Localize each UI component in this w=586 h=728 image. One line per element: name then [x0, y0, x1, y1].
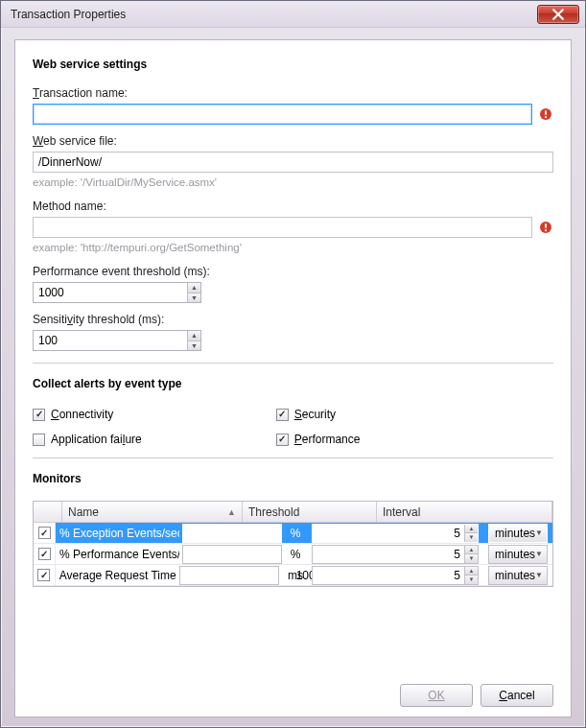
dialog-footer: OK Cancel	[33, 674, 553, 707]
error-icon	[538, 220, 553, 235]
spin-up-icon[interactable]: ▲	[188, 283, 200, 293]
checkbox-icon	[276, 409, 289, 421]
perf-threshold-stepper[interactable]: ▲ ▼	[33, 282, 201, 303]
check-application-failure[interactable]: Application failure	[33, 433, 142, 446]
svg-point-2	[545, 116, 547, 118]
checkbox-icon[interactable]	[38, 548, 51, 560]
check-performance[interactable]: Performance	[276, 433, 361, 446]
cancel-button[interactable]: Cancel	[481, 684, 553, 707]
spin-down-icon[interactable]: ▼	[465, 553, 478, 563]
table-row[interactable]: Average Request Time excee… ▲▼ ms ▲▼	[34, 565, 552, 586]
checkbox-icon	[276, 434, 289, 446]
col-name[interactable]: Name ▲	[62, 502, 243, 522]
web-service-file-input[interactable]	[33, 152, 553, 173]
close-icon	[552, 9, 564, 20]
chevron-down-icon: ▼	[535, 550, 543, 558]
spin-up-icon[interactable]: ▲	[188, 331, 200, 341]
spin-down-icon[interactable]: ▼	[188, 293, 200, 303]
col-threshold[interactable]: Threshold	[243, 502, 377, 522]
spin-down-icon[interactable]: ▼	[465, 575, 478, 584]
titlebar: Transaction Properties	[1, 1, 585, 28]
threshold-stepper[interactable]: ▲▼	[182, 545, 282, 564]
check-label: Performance	[294, 433, 361, 446]
select-value: minutes	[495, 569, 535, 582]
cell-name: Average Request Time excee…	[56, 565, 176, 585]
label-method-name: Method name:	[33, 200, 553, 213]
sort-asc-icon: ▲	[227, 507, 236, 517]
checkbox-icon	[33, 409, 45, 421]
section-alerts: Collect alerts by event type	[33, 377, 553, 390]
alerts-checks: Connectivity Application failure Securit…	[33, 408, 553, 446]
interval-stepper[interactable]: ▲▼	[312, 545, 479, 564]
check-label: Application failure	[51, 433, 142, 446]
example-method-name: example: 'http://tempuri.org/GetSomethin…	[33, 242, 553, 253]
perf-threshold-input[interactable]	[34, 283, 187, 302]
interval-unit-select[interactable]: minutes ▼	[488, 524, 548, 543]
method-name-input[interactable]	[33, 217, 532, 238]
sensitivity-threshold-stepper[interactable]: ▲ ▼	[33, 330, 201, 351]
check-connectivity[interactable]: Connectivity	[33, 408, 142, 421]
ok-button[interactable]: OK	[400, 684, 473, 707]
check-label: Security	[294, 408, 336, 421]
checkbox-icon[interactable]	[37, 569, 50, 581]
section-web-service: Web service settings	[33, 58, 553, 71]
cell-threshold-unit: %	[287, 544, 307, 564]
label-sensitivity-threshold: Sensitivity threshold (ms):	[33, 313, 553, 326]
close-button[interactable]	[537, 5, 579, 24]
check-label: Connectivity	[51, 408, 113, 421]
button-label: Cancel	[499, 689, 534, 702]
spin-up-icon[interactable]: ▲	[465, 546, 478, 554]
example-web-service-file: example: '/VirtualDir/MyService.asmx'	[33, 176, 553, 188]
check-security[interactable]: Security	[276, 408, 361, 421]
svg-point-5	[545, 229, 547, 231]
table-row[interactable]: % Exception Events/sec exce… ▲▼ % ▲▼	[34, 523, 552, 544]
interval-unit-select[interactable]: minutes ▼	[488, 566, 548, 585]
monitors-table: Name ▲ Threshold Interval % Exception Ev…	[33, 501, 553, 587]
dialog-window: Transaction Properties Web service setti…	[0, 0, 586, 728]
cell-threshold-unit: %	[287, 523, 307, 543]
select-value: minutes	[495, 527, 535, 540]
separator	[33, 458, 553, 458]
interval-input[interactable]	[313, 546, 464, 563]
cell-name: % Exception Events/sec exce…	[56, 523, 179, 543]
table-row[interactable]: % Performance Events/sec ex… ▲▼ % ▲▼	[34, 544, 552, 565]
svg-rect-1	[545, 110, 547, 115]
chevron-down-icon: ▼	[535, 528, 543, 537]
interval-stepper[interactable]: ▲▼	[312, 524, 479, 543]
interval-input[interactable]	[313, 567, 464, 584]
label-perf-threshold: Performance event threshold (ms):	[33, 265, 553, 278]
interval-stepper[interactable]: ▲▼	[312, 566, 479, 585]
sensitivity-threshold-input[interactable]	[34, 331, 187, 350]
col-check[interactable]	[34, 502, 62, 522]
spin-down-icon[interactable]: ▼	[188, 341, 200, 351]
client-area: Web service settings Transaction name: W…	[14, 39, 572, 717]
window-title: Transaction Properties	[11, 8, 126, 21]
col-interval[interactable]: Interval	[377, 502, 552, 522]
cell-name: % Performance Events/sec ex…	[56, 544, 179, 564]
select-value: minutes	[495, 548, 535, 561]
checkbox-icon[interactable]	[38, 527, 51, 539]
chevron-down-icon: ▼	[535, 571, 543, 579]
label-transaction-name: Transaction name:	[33, 86, 553, 100]
interval-unit-select[interactable]: minutes ▼	[488, 545, 548, 564]
svg-rect-4	[545, 223, 547, 228]
cell-threshold-unit: ms	[284, 565, 307, 585]
spin-up-icon[interactable]: ▲	[465, 525, 478, 533]
separator	[33, 363, 553, 364]
button-label: OK	[428, 689, 444, 702]
error-icon	[538, 106, 553, 122]
spin-up-icon[interactable]: ▲	[465, 567, 478, 575]
threshold-stepper[interactable]: ▲▼	[182, 524, 282, 543]
interval-input[interactable]	[313, 525, 464, 542]
section-monitors: Monitors	[33, 472, 553, 485]
monitors-header: Name ▲ Threshold Interval	[34, 502, 552, 523]
checkbox-icon	[33, 434, 45, 446]
spin-down-icon[interactable]: ▼	[465, 532, 478, 542]
threshold-stepper[interactable]: ▲▼	[179, 566, 279, 585]
label-web-service-file: Web service file:	[33, 134, 553, 148]
transaction-name-input[interactable]	[33, 104, 532, 125]
